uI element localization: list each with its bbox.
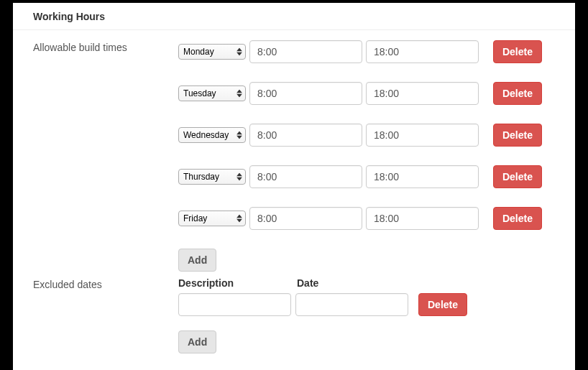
- delete-button[interactable]: Delete: [418, 293, 467, 316]
- delete-button[interactable]: Delete: [493, 207, 542, 230]
- section-body: Allowable build times MondayTuesdayWedne…: [13, 30, 575, 353]
- end-time-input[interactable]: [366, 165, 479, 188]
- allowable-time-row: MondayTuesdayWednesdayThursdayFridaySatu…: [178, 40, 542, 63]
- allowable-controls: MondayTuesdayWednesdayThursdayFridaySatu…: [178, 40, 575, 272]
- excluded-headers: DescriptionDate: [178, 277, 542, 289]
- section-title: Working Hours: [13, 3, 575, 30]
- date-input-wrap: [295, 293, 408, 316]
- start-time-input[interactable]: [249, 40, 362, 63]
- day-select[interactable]: MondayTuesdayWednesdayThursdayFridaySatu…: [178, 169, 246, 185]
- day-select-wrap: MondayTuesdayWednesdayThursdayFridaySatu…: [178, 85, 246, 101]
- label-excluded: Excluded dates: [13, 277, 178, 290]
- delete-button[interactable]: Delete: [493, 124, 542, 147]
- start-time-input[interactable]: [249, 207, 362, 230]
- day-select-wrap: MondayTuesdayWednesdayThursdayFridaySatu…: [178, 169, 246, 185]
- allowable-time-row: MondayTuesdayWednesdayThursdayFridaySatu…: [178, 82, 542, 105]
- header-date: Date: [297, 277, 415, 289]
- delete-button[interactable]: Delete: [493, 165, 542, 188]
- end-time-input[interactable]: [366, 40, 479, 63]
- day-select-wrap: MondayTuesdayWednesdayThursdayFridaySatu…: [178, 127, 246, 143]
- allowable-time-row: MondayTuesdayWednesdayThursdayFridaySatu…: [178, 165, 542, 188]
- end-time-input[interactable]: [366, 124, 479, 147]
- add-excluded-button[interactable]: Add: [178, 330, 216, 353]
- day-select[interactable]: MondayTuesdayWednesdayThursdayFridaySatu…: [178, 211, 246, 226]
- date-input[interactable]: [295, 293, 408, 316]
- delete-button[interactable]: Delete: [493, 40, 542, 63]
- start-time-input[interactable]: [249, 124, 362, 147]
- settings-panel: Working Hours Allowable build times Mond…: [13, 3, 575, 370]
- start-time-input[interactable]: [249, 82, 362, 105]
- day-select[interactable]: MondayTuesdayWednesdayThursdayFridaySatu…: [178, 44, 246, 60]
- row-allowable-build-times: Allowable build times MondayTuesdayWedne…: [13, 40, 575, 272]
- description-input[interactable]: [178, 293, 291, 316]
- day-select-wrap: MondayTuesdayWednesdayThursdayFridaySatu…: [178, 211, 246, 226]
- row-excluded-dates: Excluded dates DescriptionDateDeleteAdd: [13, 272, 575, 353]
- excluded-controls: DescriptionDateDeleteAdd: [178, 277, 575, 353]
- allowable-time-row: MondayTuesdayWednesdayThursdayFridaySatu…: [178, 124, 542, 147]
- delete-button[interactable]: Delete: [493, 82, 542, 105]
- day-select[interactable]: MondayTuesdayWednesdayThursdayFridaySatu…: [178, 85, 246, 101]
- add-allowable-button[interactable]: Add: [178, 249, 216, 272]
- label-allowable: Allowable build times: [13, 40, 178, 53]
- day-select-wrap: MondayTuesdayWednesdayThursdayFridaySatu…: [178, 44, 246, 60]
- day-select[interactable]: MondayTuesdayWednesdayThursdayFridaySatu…: [178, 127, 246, 143]
- excluded-date-row: Delete: [178, 293, 542, 316]
- end-time-input[interactable]: [366, 82, 479, 105]
- header-description: Description: [178, 277, 297, 289]
- end-time-input[interactable]: [366, 207, 479, 230]
- allowable-time-row: MondayTuesdayWednesdayThursdayFridaySatu…: [178, 207, 542, 230]
- start-time-input[interactable]: [249, 165, 362, 188]
